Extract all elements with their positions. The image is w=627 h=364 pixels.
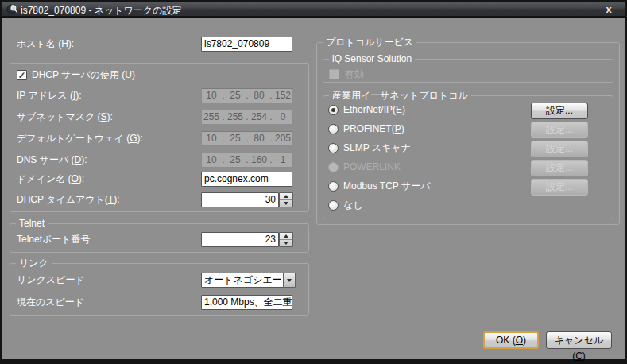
gateway-field: 10.25.80.205 (201, 131, 293, 146)
chevron-down-icon (287, 279, 292, 282)
radio-powerlink (328, 162, 339, 172)
link-speed-combobox[interactable]: オートネゴシエー (201, 273, 284, 288)
cancel-button[interactable]: キャンセル (C) (546, 331, 612, 349)
radio-ethernet-ip-label: EtherNet/IP(E) (343, 103, 405, 118)
ip-address-label: IP アドレス (I): (17, 88, 82, 103)
hostname-input[interactable]: is7802_070809 (201, 37, 292, 52)
protocol-services-title: プロトコルサービス (323, 36, 416, 48)
gateway-label: デフォルトゲートウェイ (G): (17, 131, 143, 146)
telnet-port-label: Telnetポート番号 (17, 232, 91, 247)
link-group-title: リンク (16, 257, 52, 269)
dhcp-timeout-spinner[interactable] (279, 192, 293, 207)
subnet-mask-label: サブネットマスク (S): (17, 110, 113, 125)
telnet-port-input[interactable]: 23 (201, 232, 279, 247)
telnet-group-title: Telnet (16, 217, 48, 230)
insight-app-icon (6, 3, 18, 15)
radio-modbus-tcp[interactable] (328, 181, 339, 192)
link-speed-label: リンクスピード (17, 273, 85, 288)
dhcp-checkbox[interactable]: ✓ (17, 70, 27, 80)
radio-slmp-scanner-label: SLMP スキャナ (343, 141, 411, 156)
network-settings-dialog: is7802_070809 - ネットワークの設定 x ホスト名 (H): is… (0, 0, 627, 364)
subnet-mask-field: 255.255.254.0 (201, 110, 293, 125)
telnet-port-spinner[interactable] (279, 232, 293, 247)
iq-enable-label: 有効 (345, 67, 364, 82)
modbus-settings-button: 設定... (531, 179, 588, 196)
window-title: is7802_070809 - ネットワークの設定 (21, 4, 181, 17)
radio-ethernet-ip[interactable] (328, 105, 339, 115)
dhcp-checkbox-label: DHCP サーバの使用 (U) (32, 68, 135, 83)
dhcp-timeout-label: DHCP タイムアウト(T): (17, 192, 120, 207)
slmp-settings-button: 設定... (531, 141, 588, 157)
radio-modbus-tcp-label: Modbus TCP サーバ (343, 179, 431, 194)
link-speed-dropdown-button[interactable] (283, 273, 296, 288)
dns-server-field: 10.25.160.1 (201, 153, 293, 168)
ethernet-ip-settings-button[interactable]: 設定... (531, 103, 588, 119)
close-button[interactable]: x (602, 2, 616, 16)
spin-up-icon[interactable] (280, 233, 292, 239)
iq-sensor-groupbox: iQ Sensor Solution (323, 59, 613, 83)
hostname-label: ホスト名 (H): (17, 37, 74, 52)
profinet-settings-button: 設定... (531, 122, 588, 138)
radio-profinet-label: PROFINET(P) (343, 122, 404, 137)
industrial-ethernet-title: 産業用イーサネットプロトコル (329, 89, 471, 102)
current-speed-label: 現在のスピード (17, 295, 84, 310)
iq-enable-checkbox (329, 69, 339, 79)
ok-button[interactable]: OK (O) (483, 331, 539, 349)
dns-server-label: DNS サーバ (D): (17, 153, 87, 168)
spin-down-icon[interactable] (280, 239, 292, 246)
radio-none[interactable] (328, 200, 339, 211)
domain-name-input[interactable]: pc.cognex.com (201, 172, 292, 187)
spin-up-icon[interactable] (280, 193, 292, 199)
spin-down-icon[interactable] (280, 199, 292, 207)
powerlink-settings-button: 設定... (531, 160, 588, 176)
ip-address-field: 10.25.80.152 (201, 88, 293, 103)
dhcp-timeout-input[interactable]: 30 (201, 192, 279, 207)
iq-sensor-title: iQ Sensor Solution (329, 52, 415, 65)
title-bar: is7802_070809 - ネットワークの設定 x (0, 0, 627, 18)
radio-slmp-scanner[interactable] (328, 143, 339, 153)
radio-none-label: なし (343, 198, 363, 213)
radio-powerlink-label: POWERLINK (343, 160, 401, 175)
current-speed-value: 1,000 Mbps、全二重 (201, 295, 292, 310)
radio-profinet[interactable] (328, 124, 339, 134)
domain-name-label: ドメイン名 (O): (17, 172, 84, 187)
